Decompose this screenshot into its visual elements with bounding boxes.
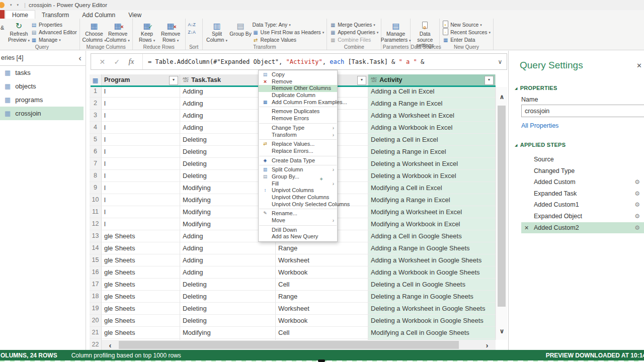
cell-object[interactable]: Worksheet: [276, 303, 368, 315]
cell-activity[interactable]: Modifying a Workbook in Excel: [368, 218, 496, 230]
menu-item-remove[interactable]: ×Remove: [259, 78, 337, 85]
query-item-programs[interactable]: ▦programs: [0, 93, 86, 107]
cell-program[interactable]: gle Sheets: [102, 279, 180, 291]
button-manage-parameters[interactable]: ▤Manage Parameters▾: [384, 20, 408, 43]
query-name-input[interactable]: [521, 105, 644, 117]
cell-program[interactable]: l: [102, 170, 180, 182]
quick-access-caret-icon[interactable]: ▾: [10, 3, 12, 7]
step-settings-gear-icon[interactable]: ⚙: [634, 222, 640, 234]
applied-steps-section-header[interactable]: ◢APPLIED STEPS: [515, 142, 566, 148]
applied-step-expanded-task[interactable]: Expanded Task⚙: [521, 188, 644, 200]
horizontal-scrollbar-thumb[interactable]: [119, 341, 459, 349]
cell-activity[interactable]: Adding a Cell in Excel: [368, 85, 496, 98]
cell-program[interactable]: l: [102, 146, 180, 158]
menu-item-duplicate-column[interactable]: Duplicate Column: [259, 92, 337, 99]
cell-object[interactable]: Range: [276, 242, 368, 254]
cell-activity[interactable]: Deleting a Workbook in Excel: [368, 170, 496, 182]
button-split-column[interactable]: ▥Split Column▾: [205, 20, 229, 43]
cell-object[interactable]: Workbook: [276, 266, 368, 279]
cell-activity[interactable]: Adding a Workbook in Excel: [368, 122, 496, 134]
button-replace-values[interactable]: ⇄Replace Values: [253, 37, 325, 43]
cell-activity[interactable]: Deleting a Cell in Google Sheets: [368, 279, 496, 291]
row-number[interactable]: 14: [90, 242, 102, 254]
cell-task[interactable]: Adding: [180, 266, 276, 279]
button-sort-za-icon[interactable]: Z↓A: [188, 29, 200, 36]
row-number[interactable]: 7: [90, 158, 102, 170]
applied-step-source[interactable]: Source: [521, 154, 644, 165]
cell-program[interactable]: gle Sheets: [102, 315, 180, 327]
step-settings-gear-icon[interactable]: ⚙: [634, 211, 640, 222]
cell-activity[interactable]: Modifying a Range in Excel: [368, 194, 496, 206]
scroll-down-icon[interactable]: ∨: [496, 327, 508, 335]
button-remove-columns[interactable]: ▦×Remove Columns▾: [106, 20, 130, 43]
row-number[interactable]: 18: [90, 291, 102, 303]
row-number[interactable]: 13: [90, 230, 102, 242]
button-keep-rows[interactable]: ▦✓Keep Rows▾: [135, 20, 159, 43]
filter-caret-icon[interactable]: ▼: [357, 76, 366, 85]
row-number[interactable]: 6: [90, 146, 102, 158]
cell-object[interactable]: Workbook: [276, 315, 368, 327]
cell-activity[interactable]: Adding a Workbook in Google Sheets: [368, 266, 496, 279]
row-number[interactable]: 15: [90, 254, 102, 266]
cell-program[interactable]: gle Sheets: [102, 230, 180, 242]
row-number[interactable]: 21: [90, 327, 102, 339]
menu-item-add-as-new-query[interactable]: Add as New Query: [259, 233, 337, 240]
cell-program[interactable]: gle Sheets: [102, 254, 180, 266]
cell-activity[interactable]: Deleting a Worksheet in Google Sheets: [368, 303, 496, 315]
cancel-formula-icon[interactable]: ✕: [100, 58, 106, 66]
cell-task[interactable]: Modifying: [180, 327, 276, 339]
properties-section-header[interactable]: ◢PROPERTIES: [515, 85, 557, 91]
quick-access-caret-icon[interactable]: ▾: [17, 3, 19, 7]
menu-item-copy[interactable]: ▤Copy: [259, 71, 337, 78]
cell-program[interactable]: l: [102, 134, 180, 146]
vertical-scrollbar[interactable]: ∧ ∨: [496, 87, 507, 340]
applied-step-expanded-object[interactable]: Expanded Object⚙: [521, 211, 644, 222]
menu-item-unpivot-columns[interactable]: ↕Unpivot Columns: [259, 187, 337, 194]
cell-activity[interactable]: Adding a Worksheet in Excel: [368, 110, 496, 122]
cell-task[interactable]: Adding: [180, 242, 276, 254]
menu-item-split-column[interactable]: ▥Split Column›: [259, 166, 337, 173]
close-panel-icon[interactable]: ✕: [636, 62, 642, 69]
row-number[interactable]: 11: [90, 206, 102, 218]
menu-item-remove-duplicates[interactable]: Remove Duplicates: [259, 108, 337, 115]
cell-program[interactable]: l: [102, 182, 180, 194]
button-refresh-preview[interactable]: ↻Refresh Preview▾: [7, 20, 31, 43]
collapse-pane-icon[interactable]: ‹: [78, 51, 82, 65]
button-choose-columns[interactable]: ▦Choose Columns▾: [83, 20, 106, 43]
cell-program[interactable]: gle Sheets: [102, 303, 180, 315]
cell-activity[interactable]: Modifying a Cell in Google Sheets: [368, 327, 496, 339]
formula-input[interactable]: = Table.AddColumn(#"Expanded Object", "A…: [143, 58, 494, 65]
menu-item-transform[interactable]: Transform›: [259, 132, 337, 139]
row-number[interactable]: 19: [90, 303, 102, 315]
cell-activity[interactable]: Adding a Range in Google Sheets: [368, 242, 496, 254]
button-append-queries[interactable]: ▦Append Queries▾: [330, 29, 378, 36]
cell-program[interactable]: gle Sheets: [102, 291, 180, 303]
cell-object[interactable]: Cell: [276, 327, 368, 339]
menu-item-unpivot-only-selected-columns[interactable]: Unpivot Only Selected Columns: [259, 201, 337, 208]
scroll-left-icon[interactable]: ‹: [102, 341, 119, 349]
all-properties-link[interactable]: All Properties: [521, 122, 558, 129]
button-merge-queries[interactable]: ▦Merge Queries▾: [330, 22, 378, 28]
menu-item-create-data-type[interactable]: ◈Create Data Type: [259, 157, 337, 164]
applied-step-added-custom1[interactable]: Added Custom1⚙: [521, 199, 644, 211]
cell-task[interactable]: Deleting: [180, 315, 276, 327]
row-number[interactable]: 1: [90, 85, 102, 98]
menu-item-group-by[interactable]: ▤Group By...: [259, 173, 337, 180]
tab-transform[interactable]: Transform: [35, 11, 75, 19]
button-manage[interactable]: ▦Manage▾: [31, 37, 77, 43]
cell-object[interactable]: Range: [276, 291, 368, 303]
filter-caret-icon[interactable]: ▼: [169, 76, 178, 85]
menu-item-move[interactable]: Move›: [259, 217, 337, 224]
cell-object[interactable]: Cell: [276, 279, 368, 291]
row-number[interactable]: 9: [90, 182, 102, 194]
cell-program[interactable]: l: [102, 85, 180, 98]
tab-home[interactable]: Home: [5, 10, 35, 19]
cell-task[interactable]: Deleting: [180, 303, 276, 315]
cell-program[interactable]: l: [102, 218, 180, 230]
button-recent-sources[interactable]: ◦Recent Sources▾: [442, 29, 491, 36]
row-number[interactable]: 10: [90, 194, 102, 206]
row-number[interactable]: 20: [90, 315, 102, 327]
applied-step-added-custom2[interactable]: ✕Added Custom2⚙: [521, 222, 644, 234]
cell-activity[interactable]: Deleting a Cell in Excel: [368, 134, 496, 146]
menu-item-change-type[interactable]: Change Type›: [259, 125, 337, 132]
